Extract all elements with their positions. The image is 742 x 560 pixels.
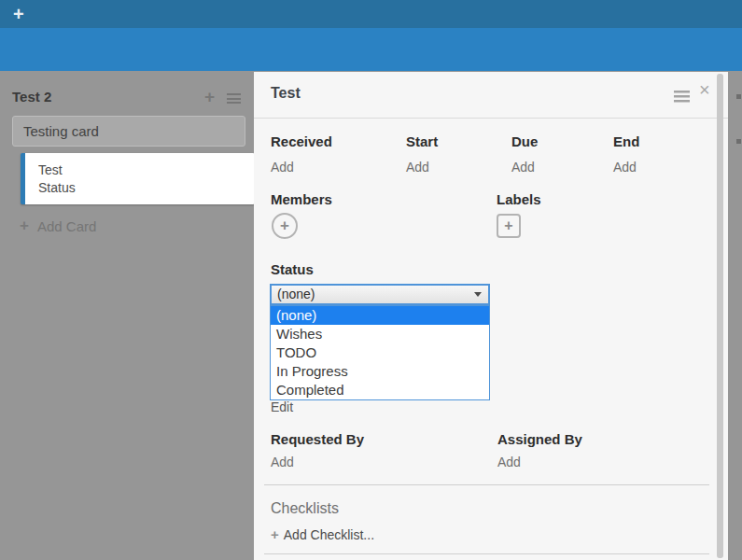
assigned-by-label: Assigned By xyxy=(497,431,582,447)
status-label: Status xyxy=(271,261,314,277)
add-member-button[interactable]: + xyxy=(272,213,298,239)
list-add-card-icon[interactable]: + xyxy=(204,87,215,107)
add-card-button[interactable]: +Add Card xyxy=(20,217,96,235)
start-add-link[interactable]: Add xyxy=(406,160,429,175)
plus-icon: + xyxy=(271,526,279,542)
section-divider xyxy=(264,553,709,554)
card-test-status-selected[interactable]: Test Status xyxy=(21,153,255,204)
dropdown-option-none[interactable]: (none) xyxy=(271,306,489,325)
checklists-label: Checklists xyxy=(271,500,339,517)
list-menu-icon[interactable] xyxy=(227,93,241,104)
status-select[interactable]: (none) xyxy=(270,284,490,305)
card-testing-card[interactable]: Testing card xyxy=(12,116,245,147)
received-add-link[interactable]: Add xyxy=(271,160,294,175)
card-title: Testing card xyxy=(23,123,99,139)
requested-by-add-link[interactable]: Add xyxy=(271,455,294,469)
card-menu-icon[interactable] xyxy=(674,91,690,103)
status-select-value: (none) xyxy=(277,287,315,301)
add-checklist-button[interactable]: +Add Checklist... xyxy=(271,525,374,542)
navbar-add-icon[interactable]: + xyxy=(13,4,24,25)
panel-scrollbar[interactable] xyxy=(717,74,723,558)
top-navbar: + xyxy=(0,0,742,28)
end-add-link[interactable]: Add xyxy=(613,160,637,175)
plus-icon: + xyxy=(20,217,29,234)
end-label: End xyxy=(613,133,639,149)
dropdown-option-completed[interactable]: Completed xyxy=(271,381,489,399)
status-dropdown: (none) Wishes TODO In Progress Completed xyxy=(270,305,490,400)
assigned-by-add-link[interactable]: Add xyxy=(497,455,521,469)
plus-icon: + xyxy=(504,217,512,233)
chevron-down-icon xyxy=(474,292,482,297)
plus-icon: + xyxy=(280,217,289,234)
close-icon[interactable]: × xyxy=(699,79,710,101)
panel-header: Test × xyxy=(254,72,728,119)
list-title: Test 2 xyxy=(12,89,51,105)
requested-by-label: Requested By xyxy=(271,431,364,447)
labels-label: Labels xyxy=(497,191,541,207)
members-label: Members xyxy=(271,191,332,207)
section-divider xyxy=(264,484,709,485)
received-label: Received xyxy=(271,133,332,149)
add-checklist-label: Add Checklist... xyxy=(284,527,374,542)
status-edit-link[interactable]: Edit xyxy=(271,399,293,414)
add-label-button[interactable]: + xyxy=(497,214,521,238)
next-list-clipped-icon xyxy=(736,139,741,144)
dropdown-option-todo[interactable]: TODO xyxy=(271,343,489,362)
add-card-label: Add Card xyxy=(37,218,96,234)
card-title-line: Status xyxy=(38,179,255,197)
card-detail-panel: Test × Received Start Due End Add Add Ad… xyxy=(254,72,728,560)
due-add-link[interactable]: Add xyxy=(511,160,535,175)
card-title-line: Test xyxy=(38,161,255,179)
board-header-band xyxy=(0,28,742,71)
start-label: Start xyxy=(406,133,438,149)
due-label: Due xyxy=(511,133,538,149)
dropdown-option-wishes[interactable]: Wishes xyxy=(271,325,489,343)
card-detail-title: Test xyxy=(271,85,301,102)
next-list-clipped-icon xyxy=(736,94,741,99)
dropdown-option-in-progress[interactable]: In Progress xyxy=(271,362,489,381)
